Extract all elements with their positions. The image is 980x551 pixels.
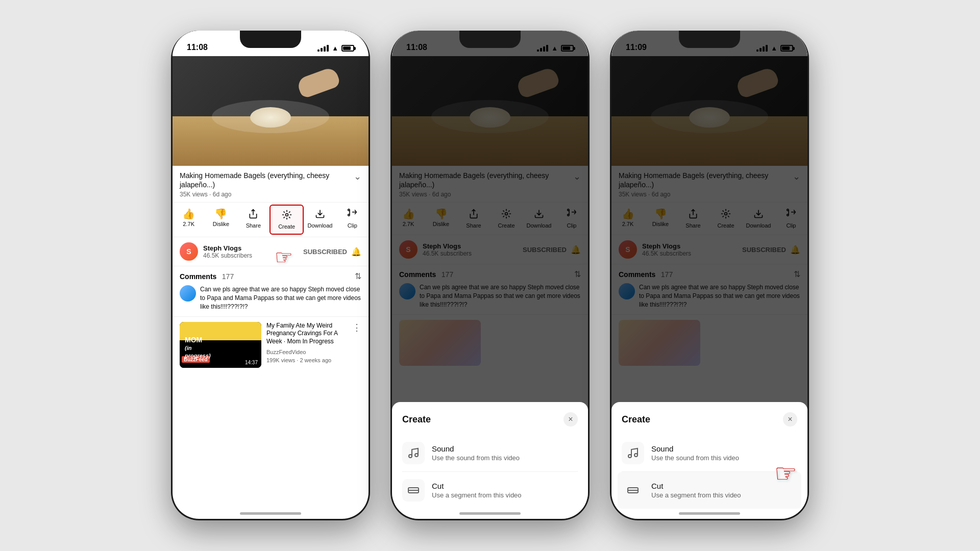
comment-avatar-1 (180, 285, 196, 302)
share-label-1: Share (239, 222, 267, 229)
modal-cut-item-3[interactable]: Cut Use a segment from this video (618, 472, 801, 509)
modal-sound-title-2: Sound (432, 444, 578, 453)
modal-sound-icon-3 (622, 442, 644, 464)
modal-sound-item-3[interactable]: Sound Use the sound from this video (622, 435, 797, 472)
status-icons-1: ▲ (317, 44, 354, 52)
dislike-button-1[interactable]: 👎 Dislike (205, 205, 237, 235)
modal-close-button-2[interactable]: × (564, 412, 578, 427)
sort-icon-1[interactable]: ⇅ (355, 271, 361, 281)
modal-title-2: Create (402, 414, 431, 425)
chevron-down-icon-1[interactable]: ⌄ (354, 171, 361, 182)
home-indicator-3 (679, 512, 740, 515)
create-modal-3: Create × Sound Use the sound from this v… (611, 402, 807, 519)
svg-point-15 (415, 454, 418, 457)
more-options-icon-1[interactable]: ⋮ (352, 322, 361, 333)
rec-info-1: My Family Ate My Weird Pregnancy Craving… (266, 322, 347, 365)
phone-3-screen: 11:09 ▲ Ma (611, 31, 807, 519)
svg-point-0 (285, 214, 288, 216)
bell-icon-1[interactable]: 🔔 (351, 247, 361, 257)
comment-row-1: Can we pls agree that we are so happy St… (180, 285, 361, 311)
video-title-1: Making Homemade Bagels (everything, chee… (180, 171, 354, 189)
svg-point-26 (634, 454, 638, 457)
subscribe-button-1[interactable]: SUBSCRIBED (303, 248, 347, 256)
clip-icon-1 (347, 209, 357, 220)
channel-details-1: Steph Vlogs 46.5K subscribers (203, 244, 303, 259)
phone-1: 11:08 ▲ Ma (171, 31, 370, 520)
dislike-label-1: Dislike (207, 221, 235, 227)
modal-title-3: Create (622, 414, 650, 425)
svg-point-3 (348, 209, 350, 211)
comments-title-1: Comments (180, 272, 216, 281)
channel-subs-1: 46.5K subscribers (203, 252, 303, 259)
modal-sound-desc-2: Use the sound from this video (432, 454, 578, 462)
download-button-1[interactable]: Download (304, 205, 336, 235)
like-label-1: 2.7K (175, 221, 203, 227)
modal-close-button-3[interactable]: × (783, 412, 797, 427)
like-icon-1: 👍 (182, 209, 195, 219)
create-label-1: Create (273, 223, 301, 230)
like-button-1[interactable]: 👍 2.7K (173, 205, 205, 235)
modal-sound-desc-3: Use the sound from this video (651, 454, 797, 462)
modal-cut-title-2: Cut (432, 482, 578, 490)
rec-meta-1: BuzzFeedVideo 199K views · 2 weeks ago (266, 348, 347, 365)
rec-title-1: My Family Ate My Weird Pregnancy Craving… (266, 322, 347, 346)
modal-cut-desc-2: Use a segment from this video (432, 491, 578, 499)
video-info-1: Making Homemade Bagels (everything, chee… (173, 166, 369, 203)
video-thumbnail-1[interactable] (173, 56, 369, 166)
channel-avatar-1: S (180, 242, 198, 261)
share-button-1[interactable]: Share (237, 205, 270, 235)
channel-info-1: S Steph Vlogs 46.5K subscribers SUBSCRIB… (173, 237, 369, 266)
create-icon-1 (282, 210, 292, 221)
status-bar-1: 11:08 ▲ (173, 31, 369, 56)
modal-cut-icon-3 (622, 479, 644, 502)
phone-1-screen: 11:08 ▲ Ma (173, 31, 369, 519)
clip-button-1[interactable]: Clip (336, 205, 369, 235)
create-button-1[interactable]: Create (270, 205, 304, 235)
clip-label-1: Clip (338, 222, 366, 229)
wifi-icon-1: ▲ (332, 44, 338, 52)
comments-1: Comments 177 ⇅ Can we pls agree that we … (173, 266, 369, 316)
home-indicator-1 (240, 512, 301, 515)
phone-3: 11:09 ▲ Ma (610, 31, 809, 520)
phone-2-screen: 11:08 ▲ Ma (392, 31, 588, 519)
video-meta-1: 35K views · 6d ago (180, 191, 361, 198)
svg-point-2 (348, 214, 350, 216)
comment-text-1: Can we pls agree that we are so happy St… (200, 285, 361, 311)
modal-cut-title-3: Cut (651, 482, 797, 490)
action-bar-1: 👍 2.7K 👎 Dislike Share Create (173, 203, 369, 237)
channel-name-1: Steph Vlogs (203, 244, 303, 252)
signal-icon-1 (317, 45, 329, 52)
modal-cut-desc-3: Use a segment from this video (651, 491, 797, 499)
create-modal-2: Create × Sound Use the sound from this v… (392, 402, 588, 519)
svg-point-14 (409, 455, 412, 458)
dislike-icon-1: 👎 (214, 209, 227, 219)
download-icon-1 (315, 209, 325, 220)
download-label-1: Download (306, 222, 334, 229)
modal-sound-title-3: Sound (651, 444, 797, 453)
battery-icon-1 (341, 45, 354, 52)
modal-cut-item-2[interactable]: Cut Use a segment from this video (402, 472, 578, 509)
modal-sound-icon-2 (402, 442, 425, 464)
home-indicator-2 (459, 512, 521, 515)
share-icon-1 (248, 209, 258, 220)
phone-2: 11:08 ▲ Ma (390, 31, 590, 520)
rec-thumbnail-1: BuzzFeed MOM(in progress) 14:37 (180, 322, 261, 368)
svg-point-25 (628, 455, 631, 458)
rec-video-1[interactable]: BuzzFeed MOM(in progress) 14:37 My Famil… (173, 317, 369, 373)
comments-count-1: 177 (222, 272, 234, 281)
modal-sound-item-2[interactable]: Sound Use the sound from this video (402, 435, 578, 472)
modal-cut-icon-2 (402, 479, 425, 502)
status-time-1: 11:08 (187, 43, 208, 52)
